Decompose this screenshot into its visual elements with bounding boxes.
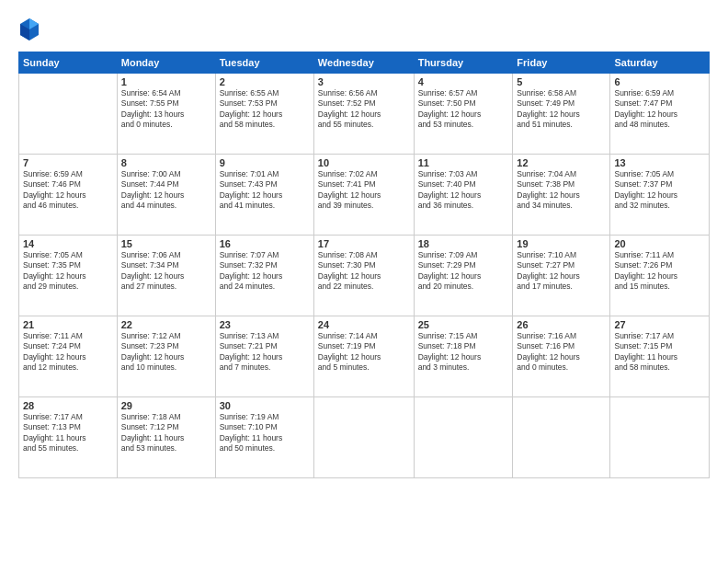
- logo: [18, 17, 46, 42]
- calendar-cell: 28Sunrise: 7:17 AM Sunset: 7:13 PM Dayli…: [19, 397, 118, 478]
- calendar-cell: 15Sunrise: 7:06 AM Sunset: 7:34 PM Dayli…: [117, 236, 215, 316]
- day-number: 17: [318, 238, 410, 249]
- day-number: 29: [121, 400, 211, 411]
- calendar-week-row: 28Sunrise: 7:17 AM Sunset: 7:13 PM Dayli…: [19, 397, 710, 478]
- day-number: 25: [418, 319, 509, 330]
- day-info: Sunrise: 7:11 AM Sunset: 7:24 PM Dayligh…: [23, 331, 113, 373]
- day-number: 26: [517, 319, 606, 330]
- calendar-cell: 8Sunrise: 7:00 AM Sunset: 7:44 PM Daylig…: [117, 155, 215, 236]
- day-number: 30: [220, 400, 310, 411]
- day-info: Sunrise: 7:17 AM Sunset: 7:15 PM Dayligh…: [614, 331, 705, 373]
- calendar-cell: 14Sunrise: 7:05 AM Sunset: 7:35 PM Dayli…: [19, 236, 118, 316]
- calendar-cell: [513, 397, 610, 478]
- day-number: 14: [23, 238, 113, 249]
- day-info: Sunrise: 7:08 AM Sunset: 7:30 PM Dayligh…: [318, 250, 410, 293]
- calendar-cell: 24Sunrise: 7:14 AM Sunset: 7:19 PM Dayli…: [313, 316, 414, 397]
- day-number: 21: [23, 319, 113, 330]
- day-info: Sunrise: 7:13 AM Sunset: 7:21 PM Dayligh…: [220, 331, 310, 373]
- day-number: 4: [418, 76, 509, 87]
- calendar-cell: [19, 74, 118, 155]
- calendar-table: SundayMondayTuesdayWednesdayThursdayFrid…: [18, 52, 710, 478]
- day-number: 5: [517, 76, 606, 87]
- day-info: Sunrise: 6:55 AM Sunset: 7:53 PM Dayligh…: [220, 88, 310, 131]
- calendar-week-row: 14Sunrise: 7:05 AM Sunset: 7:35 PM Dayli…: [19, 236, 710, 316]
- day-header-monday: Monday: [117, 52, 215, 74]
- calendar-cell: 13Sunrise: 7:05 AM Sunset: 7:37 PM Dayli…: [610, 155, 710, 236]
- day-info: Sunrise: 7:06 AM Sunset: 7:34 PM Dayligh…: [121, 250, 211, 293]
- calendar-cell: 18Sunrise: 7:09 AM Sunset: 7:29 PM Dayli…: [414, 236, 513, 316]
- day-number: 20: [614, 238, 705, 249]
- calendar-cell: 1Sunrise: 6:54 AM Sunset: 7:55 PM Daylig…: [117, 74, 215, 155]
- day-number: 12: [517, 157, 606, 168]
- calendar-cell: 3Sunrise: 6:56 AM Sunset: 7:52 PM Daylig…: [313, 74, 414, 155]
- day-number: 22: [121, 319, 211, 330]
- day-info: Sunrise: 7:12 AM Sunset: 7:23 PM Dayligh…: [121, 331, 211, 373]
- day-info: Sunrise: 7:17 AM Sunset: 7:13 PM Dayligh…: [23, 412, 113, 454]
- day-info: Sunrise: 7:10 AM Sunset: 7:27 PM Dayligh…: [517, 250, 606, 293]
- day-number: 2: [220, 76, 310, 87]
- day-number: 23: [220, 319, 310, 330]
- calendar-cell: 30Sunrise: 7:19 AM Sunset: 7:10 PM Dayli…: [215, 397, 313, 478]
- day-number: 3: [318, 76, 410, 87]
- day-number: 6: [614, 76, 705, 87]
- day-info: Sunrise: 7:05 AM Sunset: 7:35 PM Dayligh…: [23, 250, 113, 293]
- day-number: 19: [517, 238, 606, 249]
- page: SundayMondayTuesdayWednesdayThursdayFrid…: [0, 0, 728, 563]
- day-number: 27: [614, 319, 705, 330]
- day-number: 7: [23, 157, 113, 168]
- day-info: Sunrise: 7:09 AM Sunset: 7:29 PM Dayligh…: [418, 250, 509, 293]
- calendar-week-row: 21Sunrise: 7:11 AM Sunset: 7:24 PM Dayli…: [19, 316, 710, 397]
- day-info: Sunrise: 7:11 AM Sunset: 7:26 PM Dayligh…: [614, 250, 705, 293]
- day-info: Sunrise: 7:04 AM Sunset: 7:38 PM Dayligh…: [517, 169, 606, 212]
- calendar-cell: 12Sunrise: 7:04 AM Sunset: 7:38 PM Dayli…: [513, 155, 610, 236]
- day-info: Sunrise: 6:57 AM Sunset: 7:50 PM Dayligh…: [418, 88, 509, 131]
- day-info: Sunrise: 6:56 AM Sunset: 7:52 PM Dayligh…: [318, 88, 410, 131]
- calendar-cell: 27Sunrise: 7:17 AM Sunset: 7:15 PM Dayli…: [610, 316, 710, 397]
- day-info: Sunrise: 7:01 AM Sunset: 7:43 PM Dayligh…: [220, 169, 310, 212]
- calendar-cell: 11Sunrise: 7:03 AM Sunset: 7:40 PM Dayli…: [414, 155, 513, 236]
- day-info: Sunrise: 6:59 AM Sunset: 7:46 PM Dayligh…: [23, 169, 113, 212]
- calendar-cell: 5Sunrise: 6:58 AM Sunset: 7:49 PM Daylig…: [513, 74, 610, 155]
- calendar-cell: 7Sunrise: 6:59 AM Sunset: 7:46 PM Daylig…: [19, 155, 118, 236]
- calendar-cell: 22Sunrise: 7:12 AM Sunset: 7:23 PM Dayli…: [117, 316, 215, 397]
- day-info: Sunrise: 6:54 AM Sunset: 7:55 PM Dayligh…: [121, 88, 211, 131]
- day-info: Sunrise: 6:58 AM Sunset: 7:49 PM Dayligh…: [517, 88, 606, 131]
- day-info: Sunrise: 6:59 AM Sunset: 7:47 PM Dayligh…: [614, 88, 705, 131]
- day-info: Sunrise: 7:16 AM Sunset: 7:16 PM Dayligh…: [517, 331, 606, 373]
- day-header-friday: Friday: [513, 52, 610, 74]
- calendar-cell: [414, 397, 513, 478]
- day-number: 24: [318, 319, 410, 330]
- calendar-cell: [610, 397, 710, 478]
- calendar-header-row: SundayMondayTuesdayWednesdayThursdayFrid…: [19, 52, 710, 74]
- day-number: 18: [418, 238, 509, 249]
- day-info: Sunrise: 7:15 AM Sunset: 7:18 PM Dayligh…: [418, 331, 509, 373]
- calendar-cell: 4Sunrise: 6:57 AM Sunset: 7:50 PM Daylig…: [414, 74, 513, 155]
- day-number: 15: [121, 238, 211, 249]
- day-header-wednesday: Wednesday: [313, 52, 414, 74]
- calendar-cell: 6Sunrise: 6:59 AM Sunset: 7:47 PM Daylig…: [610, 74, 710, 155]
- day-header-tuesday: Tuesday: [215, 52, 313, 74]
- day-info: Sunrise: 7:14 AM Sunset: 7:19 PM Dayligh…: [318, 331, 410, 373]
- day-header-saturday: Saturday: [610, 52, 710, 74]
- header: [18, 17, 710, 42]
- day-number: 10: [318, 157, 410, 168]
- calendar-cell: 19Sunrise: 7:10 AM Sunset: 7:27 PM Dayli…: [513, 236, 610, 316]
- day-number: 28: [23, 400, 113, 411]
- calendar-cell: 20Sunrise: 7:11 AM Sunset: 7:26 PM Dayli…: [610, 236, 710, 316]
- day-info: Sunrise: 7:19 AM Sunset: 7:10 PM Dayligh…: [220, 412, 310, 454]
- calendar-cell: 26Sunrise: 7:16 AM Sunset: 7:16 PM Dayli…: [513, 316, 610, 397]
- day-info: Sunrise: 7:03 AM Sunset: 7:40 PM Dayligh…: [418, 169, 509, 212]
- day-info: Sunrise: 7:07 AM Sunset: 7:32 PM Dayligh…: [220, 250, 310, 293]
- day-number: 11: [418, 157, 509, 168]
- day-header-sunday: Sunday: [19, 52, 118, 74]
- calendar-cell: 16Sunrise: 7:07 AM Sunset: 7:32 PM Dayli…: [215, 236, 313, 316]
- day-info: Sunrise: 7:05 AM Sunset: 7:37 PM Dayligh…: [614, 169, 705, 212]
- calendar-week-row: 7Sunrise: 6:59 AM Sunset: 7:46 PM Daylig…: [19, 155, 710, 236]
- day-info: Sunrise: 7:02 AM Sunset: 7:41 PM Dayligh…: [318, 169, 410, 212]
- day-number: 13: [614, 157, 705, 168]
- logo-icon: [18, 17, 40, 42]
- calendar-cell: 25Sunrise: 7:15 AM Sunset: 7:18 PM Dayli…: [414, 316, 513, 397]
- calendar-cell: 17Sunrise: 7:08 AM Sunset: 7:30 PM Dayli…: [313, 236, 414, 316]
- calendar-cell: 2Sunrise: 6:55 AM Sunset: 7:53 PM Daylig…: [215, 74, 313, 155]
- calendar-cell: 21Sunrise: 7:11 AM Sunset: 7:24 PM Dayli…: [19, 316, 118, 397]
